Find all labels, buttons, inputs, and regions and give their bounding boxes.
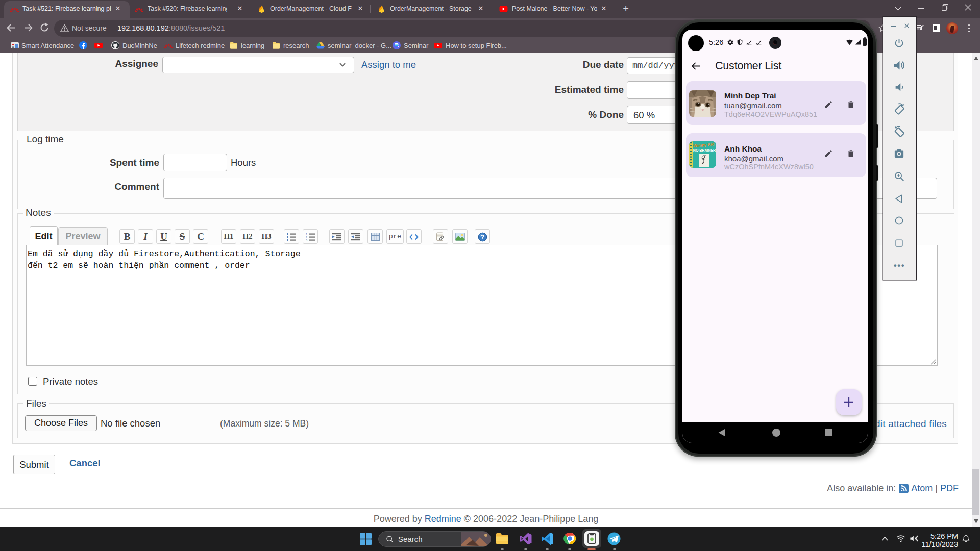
svg-text:3: 3 [306, 239, 307, 241]
svg-text:NO BRAINER: NO BRAINER [693, 148, 716, 152]
svg-text:?: ? [480, 233, 484, 241]
